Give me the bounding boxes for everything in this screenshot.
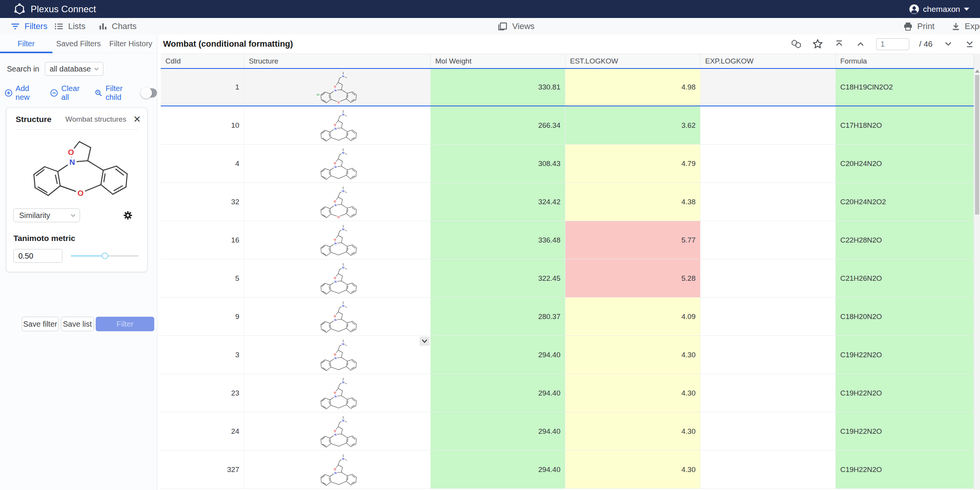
go-first-icon[interactable] [833, 38, 845, 50]
save-filter-button[interactable]: Save filter [22, 317, 59, 331]
tab-saved-filters[interactable]: Saved Filters [52, 34, 105, 53]
tab-filter[interactable]: Filter [0, 34, 52, 53]
scrollbar-up-arrow[interactable] [975, 70, 980, 73]
favorite-star-icon[interactable] [812, 38, 823, 50]
filter-child-button[interactable]: Filter child [95, 84, 136, 102]
results-grid: CdIdStructureMol WeightEST.LOGKOWEXP.LOG… [161, 54, 974, 490]
molecule-structure: ONN [301, 299, 374, 335]
export-icon [952, 22, 960, 31]
nav-filters[interactable]: Filters [11, 18, 47, 35]
molecule-structure: ONN [301, 146, 374, 182]
vertical-scrollbar[interactable] [974, 54, 980, 490]
scrollbar-thumb[interactable] [975, 75, 979, 215]
nav-charts[interactable]: Charts [99, 18, 137, 35]
cell-cdid: 23 [161, 374, 244, 412]
cell-exp-logkow [701, 336, 836, 374]
structure-filter-card: Structure Wombat structures ✕ ONO Simila… [6, 107, 147, 272]
cell-est-logkow: 4.38 [565, 183, 701, 221]
structure-display-icon[interactable] [791, 38, 802, 50]
cell-mol-weight: 324.42 [431, 183, 565, 221]
table-row-cdid-1[interactable]: 1ONNOCl330.814.98C18H19ClN2O2 [161, 68, 974, 106]
molecule-structure: ONN [301, 452, 374, 488]
column-header-structure[interactable]: Structure [244, 54, 431, 68]
cell-est-logkow: 3.62 [565, 106, 701, 144]
cell-cdid: 327 [161, 451, 244, 488]
page-number-input[interactable] [876, 38, 909, 50]
cell-mol-weight: 294.40 [431, 336, 565, 374]
cell-formula: C20H24N2O [836, 145, 974, 182]
cell-cdid: 5 [161, 259, 244, 297]
app-title: Plexus Connect [31, 4, 96, 15]
table-row-cdid-16[interactable]: 16ONN336.485.77C22H28N2O [161, 221, 974, 259]
column-header-est-logkow[interactable]: EST.LOGKOW [565, 54, 701, 68]
column-header-mol-weight[interactable]: Mol Weight [431, 54, 565, 68]
svg-text:O: O [334, 467, 336, 470]
cell-mol-weight: 280.37 [431, 298, 565, 335]
search-in-label: Search in [7, 65, 39, 73]
table-row-cdid-9[interactable]: 9ONN280.374.09C18H20N2O [161, 298, 974, 336]
sidebar-tabs: Filter Saved Filters Filter History [0, 34, 157, 54]
column-header-cdid[interactable]: CdId [161, 54, 244, 68]
metric-slider[interactable] [71, 255, 139, 257]
next-page-icon[interactable] [942, 38, 954, 50]
cell-menu-button[interactable] [420, 337, 430, 346]
query-structure-drawing[interactable]: ONO [7, 130, 147, 206]
slider-thumb[interactable] [101, 253, 108, 259]
views-icon [498, 22, 508, 31]
gear-icon[interactable] [122, 210, 133, 221]
search-in-select[interactable]: all database [45, 62, 103, 76]
table-row-cdid-10[interactable]: 10ONN266.343.62C17H18N2O [161, 106, 974, 145]
cell-structure: ONN [244, 336, 431, 374]
export-button[interactable]: Export [952, 18, 980, 35]
table-row-cdid-5[interactable]: 5ONN322.455.28C21H26N2O [161, 259, 974, 298]
cell-est-logkow: 5.77 [565, 221, 701, 259]
column-header-formula[interactable]: Formula [836, 54, 974, 68]
filter-sidebar: Filter Saved Filters Filter History Sear… [0, 34, 157, 490]
sidebar-buttons: Save filter Save list Filter [0, 317, 157, 331]
cell-cdid: 1 [161, 69, 244, 106]
metric-value-input[interactable] [13, 249, 62, 263]
svg-text:N: N [342, 112, 345, 116]
page-total: / 46 [919, 39, 933, 49]
cell-structure: ONN [244, 145, 431, 182]
add-new-button[interactable]: Add new [5, 84, 41, 102]
grid-title-row: Wombat (conditional formatting) / 46 [157, 34, 980, 54]
table-row-cdid-3[interactable]: 3ONN294.404.30C19H22N2O [161, 336, 974, 374]
table-row-cdid-23[interactable]: 23ONN294.404.30C19H22N2O [161, 374, 974, 412]
previous-page-icon[interactable] [855, 38, 866, 50]
svg-text:N: N [69, 158, 75, 166]
molecule-structure: ONN [301, 260, 374, 296]
cell-est-logkow: 4.30 [565, 451, 701, 488]
column-header-exp-logkow[interactable]: EXP.LOGKOW [701, 54, 836, 68]
cell-mol-weight: 330.81 [431, 69, 565, 106]
print-icon [903, 22, 913, 31]
table-row-cdid-32[interactable]: 32ONNO324.424.38C20H24N2O2 [161, 183, 974, 221]
cell-est-logkow: 4.30 [565, 336, 701, 374]
cell-exp-logkow [701, 451, 836, 488]
nav-lists[interactable]: Lists [54, 18, 85, 35]
filter-button[interactable]: Filter [96, 317, 154, 331]
filter-child-toggle[interactable] [142, 88, 157, 98]
views-button[interactable]: Views [498, 18, 534, 35]
user-menu[interactable]: chemaxon [909, 0, 969, 18]
go-last-icon[interactable] [964, 38, 975, 50]
svg-text:N: N [334, 241, 336, 245]
tab-filter-history[interactable]: Filter History [105, 34, 157, 53]
search-type-select[interactable]: Similarity [13, 208, 80, 222]
grid-header: CdIdStructureMol WeightEST.LOGKOWEXP.LOG… [161, 54, 974, 68]
table-row-cdid-4[interactable]: 4ONN308.434.79C20H24N2O [161, 145, 974, 183]
clear-all-button[interactable]: Clear all [50, 84, 85, 102]
print-button[interactable]: Print [903, 18, 934, 35]
cell-mol-weight: 336.48 [431, 221, 565, 259]
search-type-value: Similarity [19, 211, 50, 220]
table-row-cdid-327[interactable]: 327ONN294.404.30C19H22N2O [161, 451, 974, 489]
close-icon[interactable]: ✕ [133, 115, 141, 124]
cell-est-logkow: 4.98 [565, 69, 701, 106]
cell-formula: C18H19ClN2O2 [836, 69, 974, 106]
cell-exp-logkow [701, 259, 836, 297]
cell-structure: ONN [244, 374, 431, 412]
table-row-cdid-24[interactable]: 24ONN294.404.30C19H22N2O [161, 412, 974, 451]
export-label: Export [965, 21, 980, 31]
cell-est-logkow: 4.09 [565, 298, 701, 335]
save-list-button[interactable]: Save list [61, 317, 94, 331]
